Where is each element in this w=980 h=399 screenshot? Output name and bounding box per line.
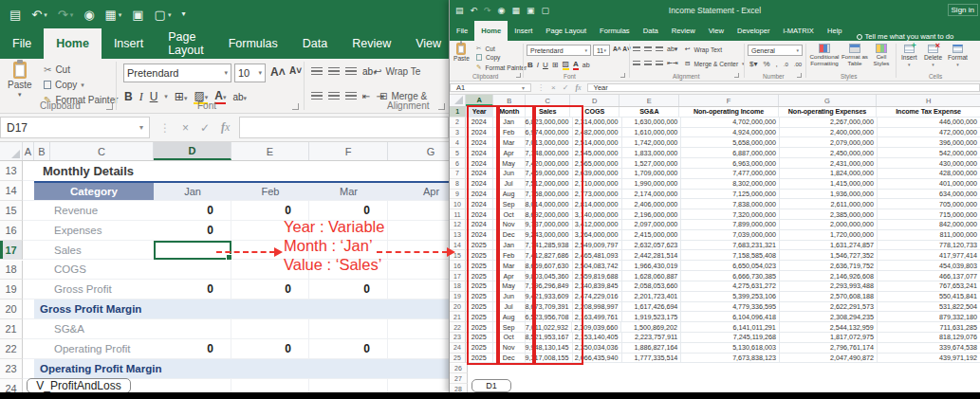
row-header-16[interactable]: 16 <box>450 261 466 271</box>
copy-button[interactable]: Copy ▾ <box>44 80 84 90</box>
cell[interactable]: 2,636,719,752 <box>780 261 878 271</box>
cell[interactable] <box>23 299 34 319</box>
copy-button[interactable]: Copy <box>476 54 500 61</box>
arrange-windows-icon[interactable]: ▢▾ <box>155 9 172 21</box>
cell[interactable]: 2,174,000,000 <box>622 190 682 200</box>
align-top-icon[interactable] <box>633 46 640 53</box>
cell[interactable]: 811,000,000 <box>878 230 980 241</box>
cell[interactable]: 2,223,757,911 <box>622 333 682 343</box>
grow-font-icon[interactable]: A˄ A˅ <box>613 45 631 52</box>
grow-font-icon[interactable]: A˄ <box>270 65 286 79</box>
cell[interactable]: 2,293,993,488 <box>780 281 878 292</box>
cell[interactable]: 7,245,119,268 <box>681 333 780 343</box>
cell[interactable]: 8,302,000,000 <box>681 179 780 190</box>
cell[interactable]: 428,000,000 <box>878 169 980 179</box>
select-all-corner[interactable] <box>0 142 23 160</box>
cell[interactable]: 767,653,241 <box>878 281 980 292</box>
column-header-D[interactable]: D <box>154 142 231 160</box>
number-format-select[interactable]: General▾ <box>748 45 803 56</box>
cell[interactable]: 2,097,000,000 <box>622 220 682 230</box>
cell[interactable]: 6,963,000,000 <box>681 158 780 169</box>
cell[interactable]: 1,742,000,000 <box>622 137 682 148</box>
percent-style-icon[interactable]: % <box>763 60 769 68</box>
cell[interactable] <box>23 241 34 261</box>
cell[interactable]: 2,146,926,608 <box>780 271 878 281</box>
cell[interactable]: 401,000,000 <box>878 179 980 190</box>
cell[interactable]: 454,039,803 <box>878 261 980 271</box>
formula-input[interactable]: Year <box>587 83 980 92</box>
name-box[interactable]: D17▾ <box>0 117 150 138</box>
wrap-text-button[interactable]: ↩Wrap Te <box>374 66 420 77</box>
cell-styles-button[interactable]: Cell Styles <box>870 44 893 66</box>
cut-button[interactable]: ✂Cut <box>44 64 70 75</box>
alignment-dialog-launcher-icon[interactable] <box>734 73 739 78</box>
cell[interactable]: 6,666,730,385 <box>681 271 780 281</box>
redo-icon[interactable]: ↷▾ <box>58 9 73 21</box>
sheet-tab-right[interactable]: D1 <box>472 379 511 392</box>
alignment-dialog-launcher-icon[interactable] <box>438 103 445 110</box>
cell[interactable]: 7,477,000,000 <box>681 169 780 179</box>
cell[interactable]: 1,919,523,175 <box>622 312 682 322</box>
cell[interactable]: 2,796,761,174 <box>780 343 878 354</box>
camera-icon[interactable]: ◉ <box>83 9 94 21</box>
cell[interactable]: 1,936,000,000 <box>780 190 878 200</box>
font-color-icon[interactable]: A <box>573 60 579 70</box>
orientation-icon[interactable]: ab▾ <box>667 45 677 53</box>
cell[interactable]: 7,899,000,000 <box>681 220 780 230</box>
undo-icon[interactable]: ↶▾ <box>31 9 46 21</box>
cell[interactable] <box>231 319 309 339</box>
tab-formulas[interactable]: Formulas <box>593 21 637 41</box>
cell[interactable]: 842,000,000 <box>878 220 980 230</box>
row-header-2[interactable]: 2 <box>450 118 466 128</box>
cell[interactable]: 531,822,504 <box>878 302 980 313</box>
cancel-formula-icon[interactable]: × <box>182 121 189 135</box>
tab-data[interactable]: Data <box>637 21 665 41</box>
cell[interactable]: 550,415,841 <box>878 292 980 302</box>
cell[interactable] <box>23 359 34 379</box>
paste-button[interactable]: Paste ▾ <box>8 62 32 99</box>
tab-view[interactable]: View <box>403 28 453 59</box>
cell[interactable]: Non-operating Expenses <box>779 107 877 118</box>
row-header-1[interactable]: 1 <box>450 107 466 118</box>
cell[interactable]: 1,720,000,000 <box>780 230 878 241</box>
row-header-17[interactable]: 17 <box>0 241 23 261</box>
cell[interactable]: 472,000,000 <box>878 128 980 138</box>
cell[interactable]: 1,628,060,887 <box>622 271 682 281</box>
cell[interactable]: 1,824,000,000 <box>780 169 878 179</box>
tab-help[interactable]: Help <box>821 21 849 41</box>
cell[interactable]: 879,332,180 <box>878 312 980 322</box>
cell[interactable]: 2,079,000,000 <box>780 137 878 148</box>
cell[interactable]: 778,120,733 <box>878 241 980 251</box>
format-painter-button[interactable]: ✎Format Painter <box>476 63 527 71</box>
cell[interactable]: 6,104,096,418 <box>681 312 780 322</box>
row-header-7[interactable]: 7 <box>450 169 466 179</box>
cell[interactable] <box>23 161 34 181</box>
accounting-format-icon[interactable]: $▾ <box>749 60 757 68</box>
select-all-corner[interactable] <box>450 95 466 106</box>
bold-icon[interactable]: B <box>527 61 533 69</box>
switch-windows-icon[interactable]: ▣ <box>132 9 143 21</box>
paste-special-icon[interactable]: ▦▾ <box>104 9 121 21</box>
cell[interactable]: 6,887,000,000 <box>681 148 780 158</box>
cell[interactable]: 7,320,000,000 <box>681 209 780 220</box>
row-header-18[interactable]: 18 <box>0 261 23 281</box>
insert-cells-button[interactable]: Insert▾ <box>901 45 917 67</box>
cell[interactable]: 2,047,490,872 <box>780 354 878 364</box>
insert-function-icon[interactable]: fx <box>221 120 230 135</box>
underline-icon[interactable]: U <box>543 61 548 69</box>
cell[interactable]: 1,886,827,164 <box>622 343 682 354</box>
tab-view[interactable]: View <box>702 21 730 41</box>
cell[interactable]: 396,000,000 <box>878 137 980 148</box>
cell[interactable]: 1,966,430,019 <box>622 261 682 271</box>
row-header-6[interactable]: 6 <box>450 158 466 169</box>
phonetic-icon[interactable]: ab▾ <box>232 92 247 102</box>
insert-function-icon[interactable]: fx <box>575 83 581 92</box>
cell[interactable]: 2,415,000,000 <box>622 230 682 241</box>
column-header-F[interactable]: F <box>309 142 388 160</box>
row-header-21[interactable]: 21 <box>0 319 23 339</box>
cell[interactable]: 7,039,000,000 <box>681 230 780 241</box>
cell[interactable]: 0 <box>154 201 231 221</box>
cell[interactable]: 2,431,000,000 <box>780 158 878 169</box>
cell[interactable]: 1,833,000,000 <box>622 148 682 158</box>
row-header-23[interactable]: 23 <box>450 333 466 343</box>
